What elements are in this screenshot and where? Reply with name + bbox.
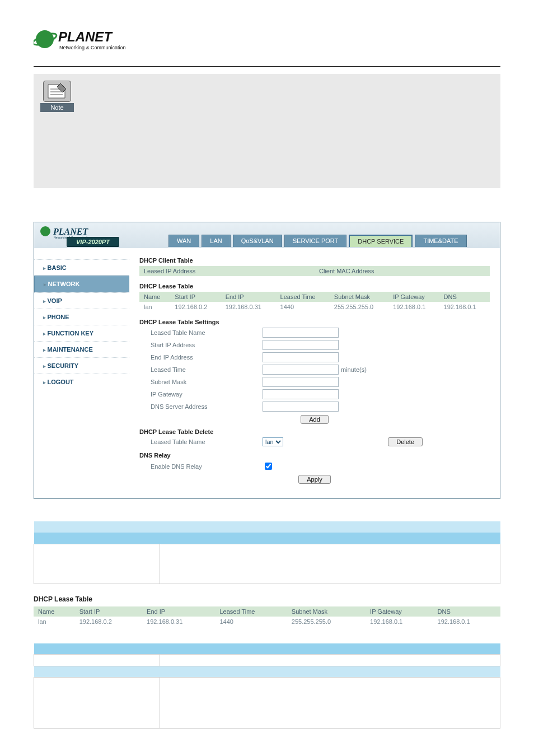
table-row: lan 192.168.0.2 192.168.0.31 1440 255.25… xyxy=(34,617,500,627)
label-subnet: Subnet Mask xyxy=(139,379,263,385)
checkbox-enable-dns-relay[interactable] xyxy=(265,463,272,470)
input-subnet[interactable] xyxy=(263,377,339,387)
input-dns[interactable] xyxy=(263,402,339,412)
dhcp-delete-title: DHCP Lease Table Delete xyxy=(139,428,490,435)
sidebar-item-maintenance[interactable]: MAINTENANCE xyxy=(34,341,129,357)
note-label: Note xyxy=(40,103,74,112)
input-start-ip[interactable] xyxy=(263,340,339,350)
label-leased-time: Leased Time xyxy=(139,366,263,373)
col-leased-ip: Leased IP Address xyxy=(139,266,315,276)
label-leased-table-name: Leased Table Name xyxy=(139,329,263,336)
apply-button[interactable]: Apply xyxy=(298,475,331,484)
select-lease-name[interactable]: lan xyxy=(263,437,283,446)
unit-minutes: minute(s) xyxy=(341,366,367,373)
add-button[interactable]: Add xyxy=(301,415,329,424)
lcol-leased-time: Leased Time xyxy=(215,606,287,617)
note-box: Note xyxy=(34,74,500,188)
dhcp-settings-title: DHCP Lease Table Settings xyxy=(139,319,490,325)
cell-subnet: 255.255.255.0 xyxy=(330,302,388,312)
lcell-dns: 192.168.0.1 xyxy=(433,617,500,627)
lower-lease-title: DHCP Lease Table xyxy=(34,595,500,603)
cell-leased-time: 1440 xyxy=(276,302,330,312)
lcell-start-ip: 192.168.0.2 xyxy=(75,617,142,627)
svg-text:PLANET: PLANET xyxy=(58,29,113,44)
dns-relay-title: DNS Relay xyxy=(139,452,490,459)
dhcp-client-title: DHCP Client Table xyxy=(139,257,490,264)
col-name: Name xyxy=(139,292,170,302)
cell-gateway: 192.168.0.1 xyxy=(388,302,439,312)
router-admin-screenshot: PLANET Networking & Communication VIP-20… xyxy=(34,222,500,499)
lcol-end-ip: End IP xyxy=(142,606,215,617)
input-leased-table-name[interactable] xyxy=(263,328,339,338)
label-end-ip: End IP Address xyxy=(139,354,263,361)
label-enable-dns-relay: Enable DNS Relay xyxy=(139,463,263,470)
col-start-ip: Start IP xyxy=(170,292,221,302)
tab-lan[interactable]: LAN xyxy=(202,235,230,247)
input-end-ip[interactable] xyxy=(263,352,339,362)
sidebar-item-network[interactable]: NETWORK xyxy=(34,276,129,292)
svg-text:PLANET: PLANET xyxy=(53,227,88,236)
tab-qosvlan[interactable]: QoS&VLAN xyxy=(233,235,282,247)
col-dns: DNS xyxy=(439,292,490,302)
sidebar-item-basic[interactable]: BASIC xyxy=(34,259,129,276)
model-chip: VIP-2020PT xyxy=(67,237,119,247)
lcol-gateway: IP Gateway xyxy=(366,606,433,617)
table-row: lan 192.168.0.2 192.168.0.31 1440 255.25… xyxy=(139,302,490,312)
svg-point-4 xyxy=(40,226,50,236)
sidebar-item-function-key[interactable]: FUNCTION KEY xyxy=(34,325,129,341)
sidebar-item-logout[interactable]: LOGOUT xyxy=(34,374,129,390)
input-leased-time[interactable] xyxy=(263,365,339,375)
sidebar: BASIC NETWORK VOIP PHONE FUNCTION KEY MA… xyxy=(34,248,129,498)
tab-bar: WAN LAN QoS&VLAN SERVICE PORT DHCP SERVI… xyxy=(168,235,467,247)
tab-time-date[interactable]: TIME&DATE xyxy=(415,235,466,247)
cell-dns: 192.168.0.1 xyxy=(439,302,490,312)
cell-end-ip: 192.168.0.31 xyxy=(221,302,276,312)
planet-logo: PLANET Networking & Communication xyxy=(34,28,500,55)
desc-row xyxy=(34,655,500,666)
tab-dhcp-service[interactable]: DHCP SERVICE xyxy=(349,235,413,247)
col-gateway: IP Gateway xyxy=(388,292,439,302)
dhcp-lease-table: Name Start IP End IP Leased Time Subnet … xyxy=(139,292,490,312)
lower-lease-table: Name Start IP End IP Leased Time Subnet … xyxy=(34,606,500,627)
cell-name: lan xyxy=(139,302,170,312)
sidebar-item-security[interactable]: SECURITY xyxy=(34,357,129,374)
input-gateway[interactable] xyxy=(263,389,339,399)
cell-start-ip: 192.168.0.2 xyxy=(170,302,221,312)
content-pane: DHCP Client Table Leased IP Address Clie… xyxy=(129,248,500,498)
lcell-name: lan xyxy=(34,617,75,627)
lease-table-block: DHCP Lease Table Name Start IP End IP Le… xyxy=(34,590,500,632)
dhcp-client-table: Leased IP Address Client MAC Address xyxy=(139,266,490,276)
label-gateway: IP Gateway xyxy=(139,391,263,398)
lcol-start-ip: Start IP xyxy=(75,606,142,617)
col-leased-time: Leased Time xyxy=(276,292,330,302)
delete-button[interactable]: Delete xyxy=(388,437,423,446)
lcell-gateway: 192.168.0.1 xyxy=(366,617,433,627)
tab-wan[interactable]: WAN xyxy=(168,235,199,247)
sidebar-item-phone[interactable]: PHONE xyxy=(34,309,129,325)
description-table-2 xyxy=(34,643,500,729)
lcol-name: Name xyxy=(34,606,75,617)
app-header: PLANET Networking & Communication VIP-20… xyxy=(34,222,500,248)
label-dns: DNS Server Address xyxy=(139,403,263,410)
col-end-ip: End IP xyxy=(221,292,276,302)
divider xyxy=(34,66,500,67)
label-delete-name: Leased Table Name xyxy=(139,438,263,445)
note-icon: Note xyxy=(40,81,74,112)
tab-service-port[interactable]: SERVICE PORT xyxy=(284,235,347,247)
lcol-subnet: Subnet Mask xyxy=(287,606,366,617)
desc-row xyxy=(34,678,500,729)
lcell-leased-time: 1440 xyxy=(215,617,287,627)
dhcp-lease-title: DHCP Lease Table xyxy=(139,283,490,290)
sidebar-item-voip[interactable]: VOIP xyxy=(34,292,129,309)
lcell-subnet: 255.255.255.0 xyxy=(287,617,366,627)
col-subnet: Subnet Mask xyxy=(330,292,388,302)
lcol-dns: DNS xyxy=(433,606,500,617)
description-table-1 xyxy=(34,521,500,584)
col-mac: Client MAC Address xyxy=(315,266,490,276)
svg-text:Networking & Communication: Networking & Communication xyxy=(59,45,126,50)
lcell-end-ip: 192.168.0.31 xyxy=(142,617,215,627)
label-start-ip: Start IP Address xyxy=(139,342,263,348)
desc-row xyxy=(34,544,500,584)
